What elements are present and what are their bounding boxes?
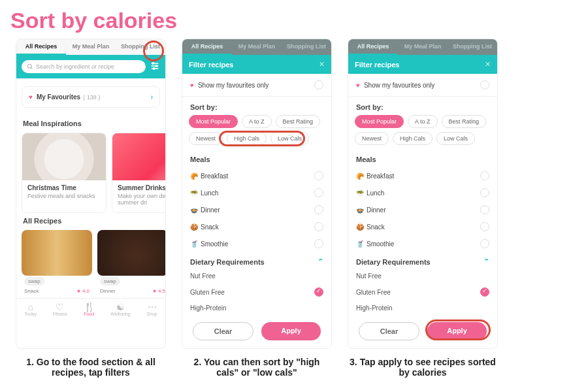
close-icon[interactable]: ✕ bbox=[319, 60, 325, 69]
diet-gluten-free[interactable]: Gluten Free bbox=[182, 284, 331, 301]
search-input[interactable]: Search by ingredient or recipe bbox=[22, 60, 146, 73]
meal-label: Breakfast bbox=[201, 172, 228, 180]
tab-meal-plan[interactable]: My Meal Plan bbox=[66, 39, 116, 55]
sort-chips: Most Popular A to Z Best Rating Newest H… bbox=[348, 115, 497, 149]
apply-button[interactable]: Apply bbox=[427, 322, 487, 340]
meal-toggle[interactable] bbox=[480, 188, 489, 197]
screenshots-row: All Recipes My Meal Plan Shopping List S… bbox=[0, 39, 588, 349]
meal-label: Snack bbox=[201, 223, 219, 231]
meal-snack[interactable]: 🍪Snack bbox=[182, 218, 331, 235]
dinner-icon: 🍲 bbox=[356, 206, 367, 214]
chip-a-to-z[interactable]: A to Z bbox=[408, 115, 438, 128]
filters-button[interactable] bbox=[150, 61, 160, 73]
meal-toggle[interactable] bbox=[480, 239, 489, 248]
chip-best-rating[interactable]: Best Rating bbox=[276, 115, 321, 128]
caption-2: 2. You can then sort by "high cals" or "… bbox=[182, 357, 332, 378]
all-recipes-scroll[interactable]: swap Snack ★ 4.0 swap Dinner ★ 4.5 bbox=[16, 230, 165, 295]
fav-only-toggle[interactable] bbox=[314, 80, 323, 90]
clear-button[interactable]: Clear bbox=[193, 322, 253, 340]
chip-high-cals[interactable]: High Cals bbox=[393, 132, 433, 145]
nav-shop[interactable]: ⋯Shop bbox=[146, 302, 157, 316]
meal-dinner[interactable]: 🍲Dinner bbox=[348, 201, 497, 218]
meal-toggle[interactable] bbox=[314, 239, 323, 248]
top-tabs-dimmed: All Recipes My Meal Plan Shopping List bbox=[348, 39, 497, 55]
apply-button[interactable]: Apply bbox=[261, 322, 321, 340]
my-favourites-row[interactable]: ♥ My Favourites ( 138 ) › bbox=[22, 86, 160, 108]
dietary-header[interactable]: Dietary Requirements⌃ bbox=[348, 252, 497, 269]
nav-today[interactable]: ⌂Today bbox=[24, 302, 37, 316]
clear-button[interactable]: Clear bbox=[359, 322, 419, 340]
card-subtitle: Festive meals and snacks bbox=[27, 193, 101, 199]
filter-modal-header: Filter recipes ✕ bbox=[182, 55, 331, 74]
meal-toggle[interactable] bbox=[314, 188, 323, 197]
meal-snack[interactable]: 🍪Snack bbox=[348, 218, 497, 235]
chip-a-to-z[interactable]: A to Z bbox=[242, 115, 272, 128]
meal-toggle[interactable] bbox=[480, 171, 489, 180]
chip-newest[interactable]: Newest bbox=[355, 132, 389, 145]
dietary-label: Dietary Requirements bbox=[356, 258, 431, 266]
meal-toggle[interactable] bbox=[314, 222, 323, 231]
tab-shopping-list[interactable]: Shopping List bbox=[116, 39, 165, 55]
show-favourites-only-row[interactable]: ♥ Show my favourites only bbox=[182, 74, 331, 97]
nav-food[interactable]: 🍴Food bbox=[84, 302, 95, 316]
inspirations-scroll[interactable]: Christmas Time Festive meals and snacks … bbox=[16, 133, 165, 213]
lunch-icon: 🥗 bbox=[190, 189, 201, 197]
meal-toggle[interactable] bbox=[480, 222, 489, 231]
favourites-label: My Favourites bbox=[37, 93, 80, 101]
inspiration-card[interactable]: Summer Drinks Make your own deli healthy… bbox=[112, 133, 165, 213]
chip-high-cals[interactable]: High Cals bbox=[227, 132, 267, 145]
chip-most-popular[interactable]: Most Popular bbox=[355, 115, 404, 128]
show-favourites-only-row[interactable]: ♥ Show my favourites only bbox=[348, 74, 497, 97]
diet-high-protein[interactable]: High-Protein bbox=[348, 301, 497, 316]
meal-dinner[interactable]: 🍲Dinner bbox=[182, 201, 331, 218]
chip-low-cals[interactable]: Low Cals bbox=[270, 132, 309, 145]
diet-label: High-Protein bbox=[190, 304, 227, 312]
diet-gluten-free[interactable]: Gluten Free bbox=[348, 284, 497, 301]
diet-toggle[interactable] bbox=[480, 287, 489, 297]
chip-newest[interactable]: Newest bbox=[189, 132, 223, 145]
tab-all-recipes[interactable]: All Recipes bbox=[16, 39, 66, 55]
chip-best-rating[interactable]: Best Rating bbox=[442, 115, 487, 128]
recipe-meta: swap bbox=[22, 276, 92, 287]
swap-badge[interactable]: swap bbox=[24, 277, 44, 286]
swap-badge[interactable]: swap bbox=[100, 277, 120, 286]
meal-toggle[interactable] bbox=[314, 205, 323, 214]
fork-knife-icon: 🍴 bbox=[84, 302, 95, 312]
diet-nut-free[interactable]: Nut Free bbox=[348, 269, 497, 284]
diet-nut-free[interactable]: Nut Free bbox=[182, 269, 331, 284]
nav-fitness[interactable]: ♡Fitness bbox=[53, 302, 68, 316]
card-title: Summer Drinks bbox=[118, 184, 165, 191]
sort-chips: Most Popular A to Z Best Rating Newest H… bbox=[182, 115, 331, 149]
fav-only-toggle[interactable] bbox=[480, 80, 489, 90]
inspiration-card[interactable]: Christmas Time Festive meals and snacks bbox=[22, 133, 106, 213]
recipe-rating: ★ 4.0 bbox=[76, 288, 90, 294]
filter-title: Filter recipes bbox=[355, 61, 399, 69]
meal-toggle[interactable] bbox=[314, 171, 323, 180]
meal-breakfast[interactable]: 🥐Breakfast bbox=[182, 167, 331, 184]
heart-icon: ♥ bbox=[190, 82, 194, 89]
smoothie-icon: 🥤 bbox=[356, 240, 367, 248]
captions-row: 1. Go to the food section & all recipes,… bbox=[0, 349, 588, 378]
tab-shopping-list: Shopping List bbox=[282, 39, 331, 55]
diet-high-protein[interactable]: High-Protein bbox=[182, 301, 331, 316]
sliders-icon bbox=[150, 61, 160, 71]
nav-label: Food bbox=[84, 312, 94, 316]
nav-wellbeing[interactable]: ☯Wellbeing bbox=[110, 302, 131, 316]
meal-inspirations-heading: Meal Inspirations bbox=[16, 116, 165, 133]
meal-toggle[interactable] bbox=[480, 205, 489, 214]
recipe-image[interactable] bbox=[22, 230, 92, 276]
chip-low-cals[interactable]: Low Cals bbox=[436, 132, 475, 145]
close-icon[interactable]: ✕ bbox=[485, 60, 491, 69]
meal-smoothie[interactable]: 🥤Smoothie bbox=[182, 235, 331, 252]
recipe-image[interactable] bbox=[97, 230, 165, 276]
dietary-header[interactable]: Dietary Requirements⌃ bbox=[182, 252, 331, 269]
chip-most-popular[interactable]: Most Popular bbox=[189, 115, 238, 128]
meal-breakfast[interactable]: 🥐Breakfast bbox=[348, 167, 497, 184]
meal-label: Snack bbox=[367, 223, 385, 231]
meal-lunch[interactable]: 🥗Lunch bbox=[182, 184, 331, 201]
meal-smoothie[interactable]: 🥤Smoothie bbox=[348, 235, 497, 252]
caption-3: 3. Tap apply to see recipes sorted by ca… bbox=[348, 357, 498, 378]
diet-toggle[interactable] bbox=[314, 287, 323, 297]
meal-lunch[interactable]: 🥗Lunch bbox=[348, 184, 497, 201]
tab-all-recipes: All Recipes bbox=[182, 39, 232, 55]
